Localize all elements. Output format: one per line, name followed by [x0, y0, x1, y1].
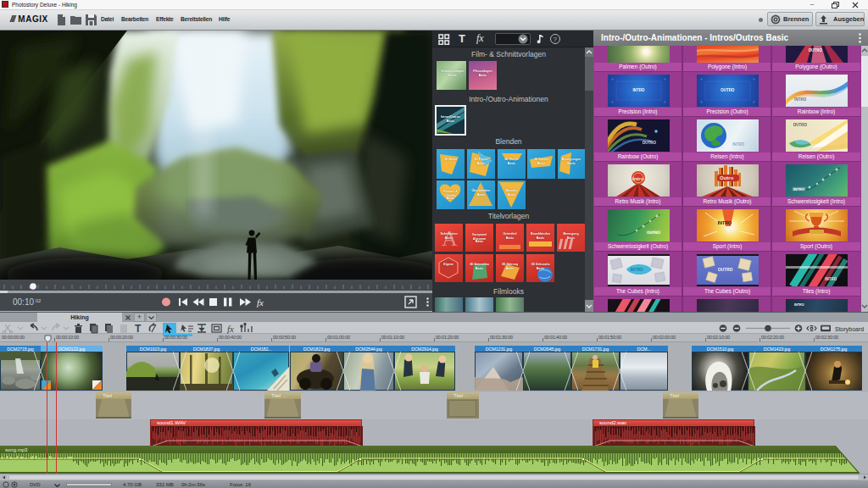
- svg-text:?: ?: [554, 36, 558, 43]
- svg-text:fx: fx: [227, 324, 234, 334]
- svg-text:Storyboard: Storyboard: [835, 326, 864, 333]
- svg-text:fx: fx: [257, 297, 264, 308]
- svg-text:Outro: Outro: [720, 175, 734, 180]
- svg-text:T: T: [135, 323, 142, 334]
- svg-text:Intro: Intro: [632, 176, 644, 181]
